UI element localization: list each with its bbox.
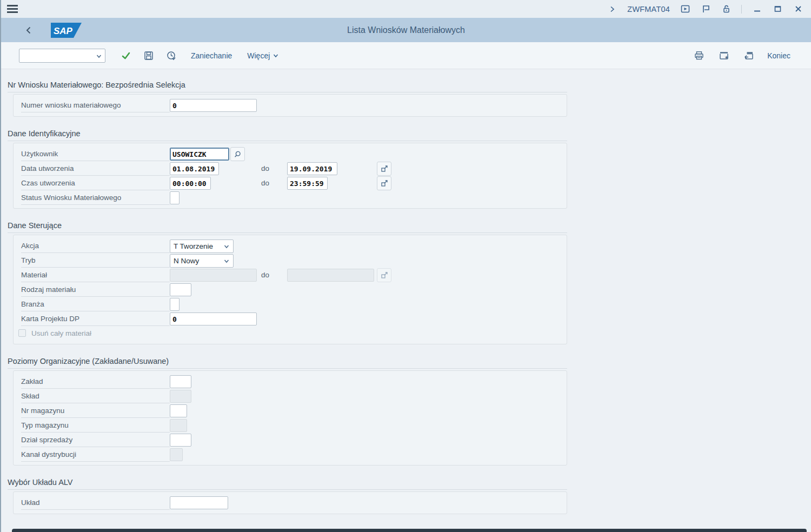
section-title-poziomy-organizacyjne: Poziomy Organizacyjne (Zakładane/Usuwane… <box>8 355 567 369</box>
field-label-akcja: Akcja <box>21 239 170 253</box>
sklad-input <box>170 390 191 403</box>
multiple-selection-icon[interactable] <box>377 176 391 190</box>
section-title-wybor-ukladu-alv: Wybór Układu ALV <box>8 476 567 490</box>
print-icon[interactable] <box>692 48 707 63</box>
chevron-down-icon <box>223 258 230 264</box>
status-wniosku-input[interactable] <box>170 191 180 204</box>
chevron-down-icon <box>223 243 230 250</box>
save-icon[interactable] <box>141 48 156 63</box>
tryb-selected-value: N Nowy <box>174 257 199 265</box>
field-label-uklad: Układ <box>21 496 170 510</box>
shortcut-icon[interactable] <box>741 48 756 63</box>
field-label-tryb: Tryb <box>21 254 170 268</box>
group-box-dane-sterujace: Akcja T Tworzenie Tryb N Nowy Materiał d… <box>13 235 567 344</box>
field-label-status-wniosku: Status Wniosku Materiałowego <box>21 191 170 205</box>
dzial-sprzedazy-input[interactable] <box>170 434 191 447</box>
wiecej-label: Więcej <box>247 51 270 60</box>
value-help-search-icon[interactable] <box>230 147 245 161</box>
numer-wniosku-input[interactable] <box>170 99 257 112</box>
rodzaj-materialu-input[interactable] <box>170 283 191 296</box>
kanal-dystrybucji-input <box>170 448 183 461</box>
field-label-sklad: Skład <box>21 389 170 403</box>
zaniechanie-button[interactable]: Zaniechanie <box>190 49 233 62</box>
uzytkownik-input[interactable] <box>170 148 229 161</box>
field-label-kanal-dystrybucji: Kanał dystrybucji <box>21 448 170 462</box>
field-label-rodzaj-materialu: Rodzaj materiału <box>21 283 170 297</box>
do-label: do <box>261 176 269 190</box>
data-utworzenia-do-input[interactable] <box>287 162 337 175</box>
group-box-dane-identyfikacyjne: Użytkownik Data utworzenia do Czas utwor… <box>13 143 567 209</box>
material-do-input <box>287 269 374 282</box>
do-label: do <box>261 162 269 175</box>
czas-utworzenia-od-input[interactable] <box>170 177 211 190</box>
group-box-wybor-ukladu: Układ <box>13 491 567 514</box>
field-label-typ-magazynu: Typ magazynu <box>21 418 170 433</box>
tryb-select[interactable]: N Nowy <box>170 254 234 268</box>
chevron-down-icon[interactable] <box>96 53 102 59</box>
field-label-data-utworzenia: Data utworzenia <box>21 162 170 176</box>
gui-scripting-icon[interactable] <box>680 4 690 15</box>
ok-code-input[interactable] <box>19 49 105 62</box>
usun-caly-material-checkbox <box>18 329 26 337</box>
status-bar <box>12 529 807 532</box>
selection-screen: Nr Wniosku Materiałowego: Bezpośrednia S… <box>1 79 811 532</box>
maximize-icon[interactable] <box>772 4 783 15</box>
minimize-icon[interactable] <box>752 4 762 15</box>
koniec-button[interactable]: Koniec <box>766 49 792 62</box>
group-box-nr-wniosku: Numer wniosku materiałowego <box>13 94 567 117</box>
branza-input[interactable] <box>170 298 180 311</box>
section-title-dane-sterujace: Dane Sterujące <box>8 220 567 233</box>
system-bar: ZWFMAT04 <box>1 0 811 18</box>
zaklad-input[interactable] <box>170 375 191 388</box>
do-label: do <box>261 268 269 282</box>
svg-text:★: ★ <box>724 55 729 60</box>
field-label-karta-projektu: Karta Projektu DP <box>21 312 170 326</box>
menu-icon[interactable] <box>1 0 25 18</box>
data-utworzenia-od-input[interactable] <box>170 162 219 175</box>
expand-chevron-icon[interactable] <box>607 4 617 15</box>
ok-code-combobox[interactable] <box>19 49 105 63</box>
section-title-dane-identyfikacyjne: Dane Identyfikacyjne <box>8 128 567 141</box>
application-toolbar: Zaniechanie Więcej ★ Koniec <box>1 42 811 69</box>
chevron-down-icon <box>272 52 279 59</box>
page-title: Lista Wniosków Materiałowych <box>1 25 811 35</box>
divider <box>741 5 742 14</box>
field-label-branza: Branża <box>21 297 170 311</box>
sap-gui-window: ZWFMAT04 <box>0 0 811 532</box>
typ-magazynu-input <box>170 419 187 432</box>
session-icon[interactable] <box>700 4 711 15</box>
section-title-nr-wniosku: Nr Wniosku Materiałowego: Bezpośrednia S… <box>8 79 567 92</box>
schedule-icon[interactable] <box>164 48 179 63</box>
field-label-uzytkownik: Użytkownik <box>21 147 170 161</box>
close-icon[interactable] <box>793 4 803 15</box>
new-session-icon[interactable]: ★ <box>716 48 732 63</box>
field-label-material: Materiał <box>21 268 170 282</box>
uklad-input[interactable] <box>170 496 228 509</box>
material-od-input <box>170 269 257 282</box>
karta-projektu-input[interactable] <box>170 312 257 325</box>
field-label-czas-utworzenia: Czas utworzenia <box>21 176 170 190</box>
akcja-selected-value: T Tworzenie <box>174 242 213 250</box>
unlock-icon[interactable] <box>721 4 732 15</box>
czas-utworzenia-do-input[interactable] <box>287 177 328 190</box>
group-box-poziomy-organizacyjne: Zakład Skład Nr magazynu Typ magazynu Dz… <box>13 370 567 466</box>
multiple-selection-icon[interactable] <box>377 162 391 176</box>
multiple-selection-icon <box>377 268 391 282</box>
transaction-code: ZWFMAT04 <box>627 5 670 14</box>
field-label-numer-wniosku: Numer wniosku materiałowego <box>21 98 170 112</box>
usun-caly-material-label: Usuń cały materiał <box>31 327 91 340</box>
field-label-zaklad: Zakład <box>21 375 170 389</box>
wiecej-menu-button[interactable]: Więcej <box>246 49 280 62</box>
field-label-nr-magazynu: Nr magazynu <box>21 404 170 418</box>
akcja-select[interactable]: T Tworzenie <box>170 240 234 253</box>
shell-header: SAP Lista Wniosków Materiałowych <box>1 18 811 42</box>
confirm-check-icon[interactable] <box>118 48 134 63</box>
nr-magazynu-input[interactable] <box>170 404 187 417</box>
field-label-dzial-sprzedazy: Dział sprzedaży <box>21 433 170 447</box>
